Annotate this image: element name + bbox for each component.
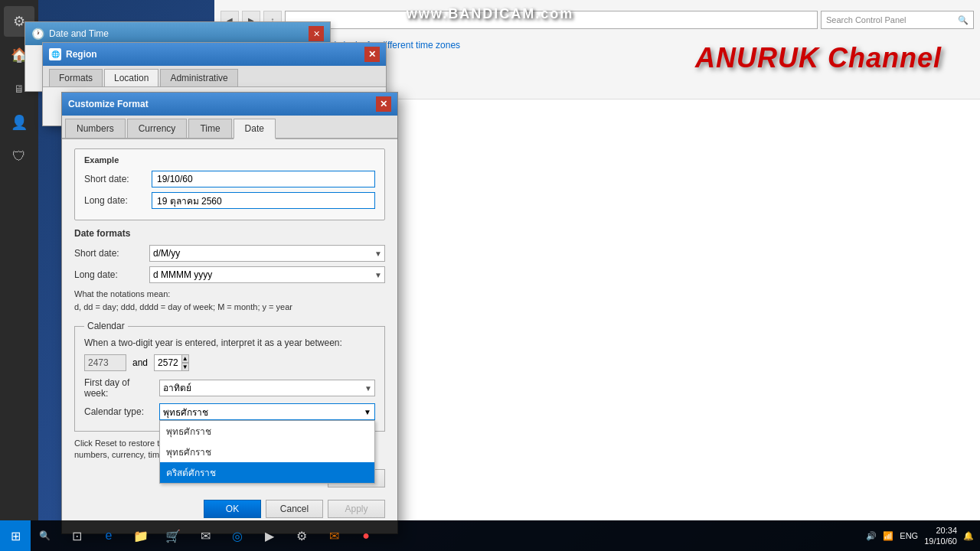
calendar-type-label: Calendar type:	[84, 406, 153, 417]
tab-administrative[interactable]: Administrative	[160, 69, 237, 86]
ie-icon[interactable]: e	[93, 520, 124, 551]
tab-date[interactable]: Date	[234, 119, 276, 139]
taskbar-search-button[interactable]: 🔍	[31, 520, 58, 551]
long-date-format-row: Long date: d MMMM yyyy ▼	[74, 266, 385, 283]
apply-button[interactable]: Apply	[328, 500, 385, 518]
taskbar-pinned-apps: ⊡ e 📁 🛒 ✉ ◎ ▶ ⚙ ✉ ●	[61, 520, 381, 551]
short-date-row: Short date:	[84, 171, 375, 187]
store-icon[interactable]: 🛒	[158, 520, 188, 551]
long-date-format-label: Long date:	[74, 269, 143, 280]
region-tabs: Formats Location Administrative	[43, 66, 386, 87]
year-from-input[interactable]	[84, 354, 126, 371]
taskbar-date-value: 19/10/60	[924, 536, 957, 546]
region-titlebar: 🌐 Region ✕	[43, 43, 386, 66]
year-range-description: When a two-digit year is entered, interp…	[84, 337, 375, 348]
short-date-format-label: Short date:	[74, 248, 143, 259]
anuruk-channel: ANURUK Channel	[695, 42, 942, 74]
taskbar-clock[interactable]: 20:34 19/10/60	[924, 525, 957, 547]
year-up-arrow[interactable]: ▲	[181, 354, 189, 363]
region-title: Region	[66, 49, 97, 60]
app1-icon[interactable]: ✉	[318, 520, 349, 551]
customize-format-dialog: Customize Format ✕ Numbers Currency Time…	[61, 92, 398, 534]
short-date-dropdown-wrapper: d/M/yy ▼	[149, 245, 385, 262]
long-date-label: Long date:	[84, 195, 145, 206]
tab-formats[interactable]: Formats	[49, 69, 103, 86]
example-title: Example	[84, 155, 375, 165]
taskbar: ⊞ 🔍 ⊡ e 📁 🛒 ✉ ◎ ▶ ⚙ ✉ ● 🔊 📶 ENG 20:34 19…	[0, 520, 980, 551]
cancel-button[interactable]: Cancel	[266, 500, 323, 518]
region-icon: 🌐	[49, 48, 61, 60]
customize-tabs: Numbers Currency Time Date	[62, 116, 397, 139]
long-date-dropdown[interactable]: d MMMM yyyy	[149, 266, 385, 283]
short-date-dropdown[interactable]: d/M/yy	[149, 245, 385, 262]
customize-body: Example Short date: Long date: Date form…	[62, 139, 397, 533]
year-to-spinner: 2572 ▲ ▼	[154, 354, 188, 371]
start-button[interactable]: ⊞	[0, 520, 31, 551]
example-section: Example Short date: Long date:	[74, 148, 385, 220]
tab-location[interactable]: Location	[104, 69, 158, 86]
notation-detail: d, dd = day; ddd, dddd = day of week; M …	[74, 301, 385, 314]
calendar-type-value: พุทธศักราช	[163, 405, 208, 419]
calendar-type-selected[interactable]: พุทธศักราช ▼	[159, 403, 375, 420]
first-day-dropdown[interactable]: อาทิตย์	[159, 380, 375, 396]
desktop: www.BANDICAM.com ANURUK Channel ◀ ▶ ↑ Se…	[0, 0, 980, 551]
calendar-option-1[interactable]: พุทธศักราช	[160, 442, 374, 462]
year-range-row: and 2572 ▲ ▼	[84, 354, 375, 371]
short-date-input[interactable]	[152, 171, 375, 187]
datetime-title: Date and Time	[49, 28, 109, 39]
and-text: and	[132, 357, 148, 368]
calendar-option-0[interactable]: พุทธศักราช	[160, 421, 374, 442]
explorer-icon[interactable]: 📁	[126, 520, 156, 551]
calendar-type-dropdown-wrapper: พุทธศักราช ▼ พุทธศักราช พุทธศักราช คริสต…	[159, 403, 375, 420]
first-day-row: First day of week: อาทิตย์ ▼	[84, 377, 375, 399]
date-formats-title: Date formats	[74, 228, 385, 239]
windows-icon: ⊞	[11, 529, 21, 543]
calendar-section: Calendar When a two-digit year is entere…	[74, 321, 385, 432]
mail-icon[interactable]: ✉	[190, 520, 220, 551]
customize-close-button[interactable]: ✕	[376, 96, 391, 112]
year-down-arrow[interactable]: ▼	[181, 363, 189, 371]
calendar-option-selected[interactable]: คริสต์ศักราช	[160, 462, 374, 483]
short-date-label: Short date:	[84, 174, 145, 184]
year-arrows: ▲ ▼	[181, 354, 189, 371]
calendar-type-arrow-icon: ▼	[364, 408, 371, 416]
dialog-buttons: OK Cancel Apply	[74, 494, 385, 524]
datetime-icon: 🕐	[31, 28, 44, 40]
app2-icon[interactable]: ●	[351, 520, 381, 551]
customize-title: Customize Format	[68, 99, 149, 109]
calendar-legend: Calendar	[84, 321, 128, 331]
taskbar-right: 🔊 📶 ENG 20:34 19/10/60 🔔	[866, 525, 980, 547]
search-placeholder: Search Control Panel	[826, 15, 906, 24]
network-icon[interactable]: 📶	[883, 531, 893, 541]
notation-text: What the notations mean: d, dd = day; dd…	[74, 288, 385, 313]
long-date-input[interactable]	[152, 192, 375, 209]
region-close-button[interactable]: ✕	[364, 47, 380, 62]
calendar-type-row: Calendar type: พุทธศักราช ▼ พุทธศักราช พ…	[84, 403, 375, 420]
customize-titlebar: Customize Format ✕	[62, 93, 397, 116]
task-view-button[interactable]: ⊡	[61, 520, 92, 551]
calendar-type-dropdown-list: พุทธศักราช พุทธศักราช คริสต์ศักราช	[159, 420, 375, 484]
language-indicator[interactable]: ENG	[900, 531, 918, 540]
long-date-row: Long date:	[84, 192, 375, 209]
shield-icon[interactable]: 🛡	[4, 141, 34, 171]
media-icon[interactable]: ▶	[254, 520, 285, 551]
tab-time[interactable]: Time	[188, 119, 231, 138]
user-icon[interactable]: 👤	[4, 107, 34, 138]
taskbar-search-icon: 🔍	[39, 530, 51, 541]
settings-taskbar-icon[interactable]: ⚙	[286, 520, 317, 551]
tab-numbers[interactable]: Numbers	[65, 119, 126, 138]
datetime-close-button[interactable]: ✕	[309, 26, 324, 41]
ok-button[interactable]: OK	[204, 500, 261, 518]
bandicam-watermark: www.BANDICAM.com	[407, 6, 573, 22]
notification-icon[interactable]: 🔔	[963, 531, 974, 541]
year-to-value: 2572	[155, 357, 181, 368]
notation-header: What the notations mean:	[74, 288, 385, 301]
tab-currency[interactable]: Currency	[127, 119, 188, 138]
volume-icon[interactable]: 🔊	[866, 531, 877, 541]
search-box[interactable]: Search Control Panel 🔍	[821, 11, 974, 29]
first-day-dropdown-wrapper: อาทิตย์ ▼	[159, 380, 375, 396]
date-formats-section: Date formats Short date: d/M/yy ▼ Long d…	[74, 228, 385, 313]
long-date-dropdown-wrapper: d MMMM yyyy ▼	[149, 266, 385, 283]
search-icon[interactable]: 🔍	[958, 15, 969, 25]
edge-icon[interactable]: ◎	[222, 520, 253, 551]
